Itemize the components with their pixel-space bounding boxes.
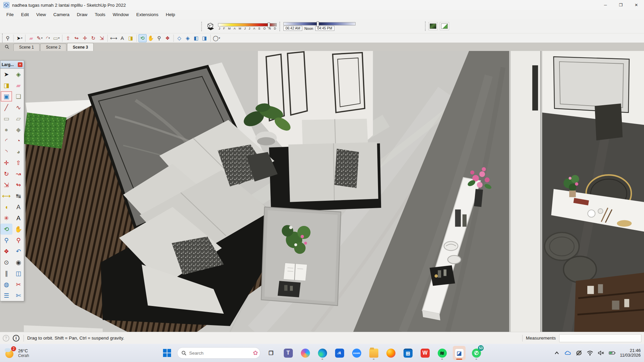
rotate-tool-button[interactable]: ↻ — [89, 34, 97, 42]
move-tool-button[interactable]: ✛ — [81, 34, 89, 42]
taskbar-app-zoom[interactable]: zoom — [350, 346, 363, 360]
style-wireframe-tool-button[interactable]: ◇ — [175, 34, 183, 42]
palette-plugin-sphere-tool[interactable]: ◍ — [0, 279, 12, 290]
taskbar-app-task-view[interactable]: ❐ — [265, 346, 277, 360]
paint-bucket-tool-button[interactable]: ◨ — [127, 34, 135, 42]
palette-eraser-tool[interactable]: ▰ — [12, 80, 24, 91]
toolbar-grip[interactable] — [201, 22, 203, 31]
taskbar-app-whatsapp[interactable]: ✆53 — [470, 346, 483, 360]
shadow-time-slider[interactable] — [283, 22, 356, 25]
pan-tool-button[interactable]: ✋ — [147, 34, 155, 42]
palette-pan-tool[interactable]: ✋ — [12, 224, 24, 235]
palette-position-camera-tool[interactable]: ⊙ — [0, 257, 12, 268]
coffee-table[interactable] — [261, 207, 341, 306]
material-preview-button[interactable] — [428, 22, 438, 30]
palette-orbit-tool[interactable]: ⟲ — [0, 224, 12, 235]
search-scenes-icon[interactable] — [3, 44, 11, 50]
palette-axes-tool[interactable]: ✳ — [0, 213, 12, 224]
model-scene[interactable] — [0, 51, 644, 332]
select-tool-button[interactable]: ➤▾ — [15, 34, 23, 42]
palette-3d-text-tool[interactable]: A — [12, 213, 24, 224]
menu-camera[interactable]: Camera — [50, 11, 73, 18]
shadow-settings-icon[interactable] — [205, 21, 215, 32]
time-slider-handle[interactable] — [317, 21, 319, 27]
palette-arc-3-point-tool[interactable]: ◝ — [0, 146, 12, 157]
arc-tool-button[interactable]: ◜▾ — [44, 34, 52, 42]
palette-text-tool[interactable]: A — [12, 201, 24, 213]
palette-close-icon[interactable]: ✕ — [18, 62, 22, 67]
line-dropdown-arrow[interactable]: ▾ — [41, 37, 43, 40]
viewport-3d-scene[interactable]: Larg... ✕ ➤◈◨▰▣❏╱∿▭▱●◆◜◔◝◕✛⇧↻↝⇲↬⟷↹◖A✳A⟲✋… — [0, 51, 644, 332]
rectangle-dropdown-arrow[interactable]: ▾ — [58, 37, 60, 40]
zoom-tool-tool-button[interactable]: ⚲ — [4, 34, 12, 42]
taskbar-app-file-explorer[interactable] — [367, 346, 380, 360]
palette-follow-me-tool[interactable]: ↝ — [12, 168, 24, 179]
menu-window[interactable]: Window — [109, 11, 132, 18]
palette-move-tool[interactable]: ✛ — [0, 157, 12, 168]
text-tool-button[interactable]: A — [118, 34, 126, 42]
arc-dropdown-arrow[interactable]: ▾ — [48, 37, 50, 40]
scene-tab-2[interactable]: Scene 2 — [40, 44, 66, 51]
palette-freehand-tool[interactable]: ∿ — [12, 102, 24, 113]
tape-measure-tool-button[interactable]: ⟷ — [109, 34, 118, 42]
taskbar-app-microsoft-store[interactable]: ⊞ — [401, 346, 414, 360]
scene-tab-1[interactable]: Scene 1 — [13, 44, 40, 51]
weather-widget[interactable]: 2 26°C Cerah — [5, 348, 29, 358]
volume-muted-icon[interactable] — [598, 350, 604, 356]
adjacent-room[interactable] — [542, 51, 644, 332]
menu-draw[interactable]: Draw — [73, 11, 91, 18]
palette-circle-tool[interactable]: ● — [0, 124, 12, 135]
palette-zoom-window-tool[interactable]: ⚲ — [12, 235, 24, 246]
look-around-tool-button[interactable]: ◯▾ — [212, 34, 221, 42]
taskbar-app-teams[interactable]: T — [282, 346, 294, 360]
orbit-tool-button[interactable]: ⟲ — [139, 34, 147, 42]
palette-rotated-rectangle-tool[interactable]: ▱ — [12, 113, 24, 124]
taskbar-app-firefox[interactable] — [384, 346, 397, 360]
search-input[interactable] — [189, 351, 250, 356]
palette-plugin-snip-tool[interactable]: ✄ — [12, 290, 24, 301]
palette-section-plane-tool[interactable]: ◫ — [12, 268, 24, 279]
chevron-up-icon[interactable] — [553, 350, 560, 356]
start-button[interactable] — [161, 347, 173, 359]
palette-rectangle-tool[interactable]: ▭ — [0, 113, 12, 124]
battery-charging-icon[interactable] — [609, 350, 615, 356]
palette-zoom-tool[interactable]: ⚲ — [0, 235, 12, 246]
menu-tools[interactable]: Tools — [91, 11, 109, 18]
line-tool-button[interactable]: ✎▾ — [36, 34, 44, 42]
palette-line-tool[interactable]: ╱ — [0, 102, 12, 113]
push-pull-tool-button[interactable]: ⇧ — [64, 34, 72, 42]
palette-select-tool[interactable]: ➤ — [0, 69, 12, 80]
tag-preview-button[interactable] — [440, 22, 449, 30]
taskbar-app-wps-office[interactable]: W — [419, 346, 431, 360]
palette-zoom-extents-tool[interactable]: ❖ — [0, 246, 12, 257]
onedrive-icon[interactable] — [565, 350, 571, 356]
palette-scale-tool[interactable]: ⇲ — [0, 179, 12, 190]
menu-edit[interactable]: Edit — [17, 11, 33, 18]
menu-extensions[interactable]: Extensions — [132, 11, 162, 18]
measurements-input[interactable] — [559, 334, 641, 342]
taskbar-app-spotify[interactable]: ≋ — [436, 346, 448, 360]
select-dropdown-arrow[interactable]: ▾ — [21, 37, 22, 40]
menu-view[interactable]: View — [33, 11, 50, 18]
taskbar-app-edge[interactable] — [316, 346, 329, 360]
look-around-dropdown-arrow[interactable]: ▾ — [219, 37, 220, 40]
style-shaded-tool-button[interactable]: ◧ — [192, 34, 200, 42]
taskbar-app-sketchup[interactable]: ◪ — [453, 346, 466, 360]
do-not-disturb-icon[interactable] — [576, 350, 582, 356]
palette-offset-tool[interactable]: ↬ — [12, 179, 24, 190]
wifi-icon[interactable] — [587, 350, 593, 356]
zoom-extents-tool-button[interactable]: ❖ — [164, 34, 172, 42]
palette-plugin-layers-tool[interactable]: ☰ — [0, 290, 12, 301]
rectangle-tool-button[interactable]: ▭▾ — [52, 34, 60, 42]
palette-push-pull-tool[interactable]: ⇧ — [12, 157, 24, 168]
palette-polygon-tool[interactable]: ◆ — [12, 124, 24, 135]
palette-tape-measure-tool[interactable]: ⟷ — [0, 190, 12, 201]
info-icon[interactable]: i — [13, 335, 19, 342]
close-button[interactable]: ✕ — [629, 0, 644, 10]
toolbar-grip[interactable] — [425, 21, 426, 31]
time-start-box[interactable]: 06:42 AM — [283, 26, 302, 31]
geolocation-icon[interactable]: ? — [3, 335, 9, 342]
palette-look-around-tool[interactable]: ◉ — [12, 257, 24, 268]
palette-title-bar[interactable]: Larg... ✕ — [0, 61, 24, 69]
palette-dimension-tool[interactable]: ↹ — [12, 190, 24, 201]
